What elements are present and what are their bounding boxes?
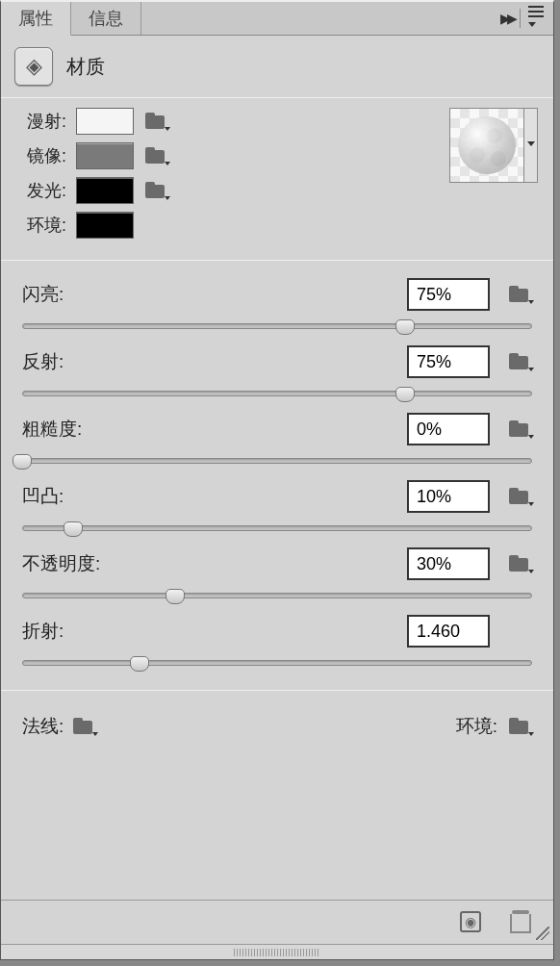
shine-input[interactable] (407, 278, 490, 311)
folder-icon[interactable] (71, 716, 96, 737)
bump-label: 凹凸: (22, 484, 407, 509)
section-title: 材质 (66, 54, 105, 80)
folder-icon[interactable] (507, 553, 532, 574)
panel-menu-icon[interactable] (526, 4, 546, 33)
diffuse-label: 漫射: (14, 110, 66, 133)
diffuse-swatch[interactable] (76, 108, 134, 135)
panel-footer: ◉ (1, 900, 553, 942)
specular-label: 镜像: (14, 144, 66, 167)
specular-swatch[interactable] (76, 142, 134, 169)
shine-track[interactable] (22, 317, 532, 338)
folder-icon[interactable] (143, 111, 168, 132)
shine-slider: 闪亮: (22, 278, 532, 338)
roughness-track[interactable] (22, 451, 532, 472)
refract-slider: 折射: (22, 615, 532, 674)
properties-panel: 属性 信息 ▶▶ ◈ 材质 漫射: 镜像: 发光: (0, 0, 554, 960)
folder-icon[interactable] (507, 284, 532, 305)
roughness-label: 粗糙度: (22, 417, 407, 442)
color-section: 漫射: 镜像: 发光: 环境: (1, 98, 553, 260)
material-preview[interactable] (449, 108, 540, 183)
bottom-section: 法线: 环境: (1, 691, 553, 762)
opacity-label: 不透明度: (22, 551, 407, 576)
refract-track[interactable] (22, 653, 532, 674)
emissive-label: 发光: (14, 179, 66, 202)
tab-properties[interactable]: 属性 (1, 2, 71, 36)
folder-icon[interactable] (143, 180, 168, 201)
trash-icon[interactable] (507, 908, 534, 935)
ambient-label: 环境: (14, 214, 66, 237)
opacity-slider: 不透明度: (22, 547, 532, 607)
opacity-input[interactable] (407, 547, 490, 580)
reflect-track[interactable] (22, 384, 532, 405)
bottom-stripe[interactable] (1, 944, 553, 959)
reflect-input[interactable] (407, 345, 490, 378)
preview-dropdown[interactable] (524, 108, 538, 183)
folder-icon[interactable] (507, 486, 532, 507)
opacity-track[interactable] (22, 586, 532, 607)
reflect-label: 反射: (22, 349, 407, 374)
ambient-row: 环境: (14, 212, 540, 239)
reflect-slider: 反射: (22, 345, 532, 405)
render-icon[interactable]: ◉ (457, 908, 484, 935)
refract-input[interactable] (407, 615, 490, 648)
ambient-swatch[interactable] (76, 212, 134, 239)
roughness-slider: 粗糙度: (22, 413, 532, 472)
folder-icon[interactable] (507, 351, 532, 372)
refract-label: 折射: (22, 619, 407, 644)
bump-input[interactable] (407, 480, 490, 513)
sliders-section: 闪亮: 反射: 粗糙度: (1, 261, 553, 690)
bump-slider: 凹凸: (22, 480, 532, 540)
folder-icon[interactable] (507, 716, 532, 737)
folder-icon[interactable] (507, 419, 532, 440)
material-icon[interactable]: ◈ (14, 47, 53, 86)
tab-info[interactable]: 信息 (71, 2, 141, 35)
resize-grip-icon[interactable] (536, 927, 549, 940)
folder-icon[interactable] (143, 145, 168, 166)
section-header: ◈ 材质 (1, 36, 553, 97)
collapse-icon[interactable]: ▶▶ (500, 11, 514, 26)
shine-label: 闪亮: (22, 282, 407, 307)
preview-sphere (449, 108, 524, 183)
env-label: 环境: (456, 714, 497, 739)
bump-track[interactable] (22, 519, 532, 540)
roughness-input[interactable] (407, 413, 490, 445)
emissive-swatch[interactable] (76, 177, 134, 204)
panel-tabs: 属性 信息 ▶▶ (1, 2, 553, 36)
normal-label: 法线: (22, 714, 64, 739)
drag-handle-icon (234, 949, 320, 956)
